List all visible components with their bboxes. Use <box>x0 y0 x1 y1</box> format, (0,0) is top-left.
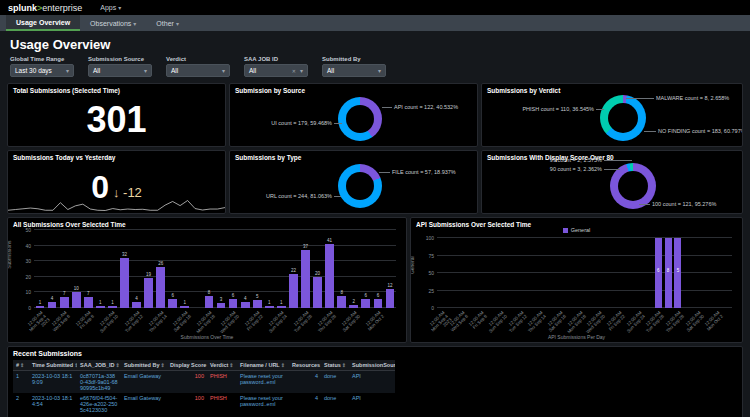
bar[interactable] <box>60 297 69 308</box>
bar[interactable] <box>144 278 153 308</box>
cell-filename[interactable]: Please reset your password..eml <box>237 371 289 394</box>
bar[interactable] <box>253 300 262 308</box>
bar[interactable] <box>168 299 177 308</box>
cell-submitted_by[interactable]: Email Gateway <box>121 371 167 394</box>
bar[interactable] <box>84 297 93 308</box>
bar[interactable] <box>96 306 105 308</box>
bar[interactable] <box>289 274 298 308</box>
bar[interactable] <box>325 244 334 308</box>
submitted-by-select[interactable]: All▾ <box>322 64 386 77</box>
bar[interactable] <box>156 267 165 308</box>
submission-source-select[interactable]: All▾ <box>88 64 152 77</box>
bar[interactable] <box>180 306 189 308</box>
tab-usage-overview[interactable]: Usage Overview <box>6 15 80 31</box>
leader-line <box>334 196 341 197</box>
column-header[interactable]: Filename / URL⇕ <box>237 360 289 371</box>
bar[interactable] <box>217 303 226 308</box>
bar[interactable] <box>132 302 141 308</box>
bar-value-label: 1 <box>268 300 271 305</box>
bar[interactable] <box>229 299 238 308</box>
sort-icon[interactable]: ⇕ <box>342 362 346 368</box>
global-time-range-select[interactable]: Last 30 days▾ <box>10 64 74 77</box>
cell-job_id[interactable]: e6676f04-f504-426e-a202-2505c4123030 <box>77 393 121 415</box>
cell-num[interactable]: 2 <box>13 393 29 415</box>
gridline <box>437 290 732 291</box>
tab-observations[interactable]: Observations▾ <box>80 15 146 31</box>
bar[interactable] <box>108 306 117 308</box>
bar[interactable] <box>301 250 310 308</box>
bar[interactable] <box>205 296 214 308</box>
column-header[interactable]: #⇕ <box>13 360 29 371</box>
leader-line <box>626 98 654 99</box>
cell-time[interactable]: 2023-10-03 18:19:09 <box>29 371 77 394</box>
bar-value-label: 22 <box>291 268 296 273</box>
bar[interactable] <box>361 299 370 308</box>
column-header[interactable]: SubmissionSource⇕ <box>349 360 395 371</box>
column-header[interactable]: Verdict⇕ <box>207 360 237 371</box>
gridline <box>34 229 396 230</box>
cell-display_score[interactable]: 100 <box>167 371 207 394</box>
apps-menu[interactable]: Apps▾ <box>100 4 121 11</box>
source-donut-chart[interactable] <box>338 97 382 141</box>
x-tick-label: 12:00 AM Wed Sep 20 <box>216 310 241 335</box>
tab-other[interactable]: Other▾ <box>146 15 189 31</box>
cell-job_id[interactable]: 0c87071a-3380-43df-9a01-6890995c1b49 <box>77 371 121 394</box>
table-row[interactable]: 22023-10-03 18:14:54e6676f04-f504-426e-a… <box>13 393 395 415</box>
leader-line <box>379 172 390 173</box>
table-row[interactable]: 12023-10-03 18:19:090c87071a-3380-43df-9… <box>13 371 395 394</box>
bar[interactable] <box>386 289 395 308</box>
cell-verdict[interactable]: PHISH <box>207 371 237 394</box>
cell-status[interactable]: done <box>321 371 349 394</box>
sort-icon[interactable]: ⇕ <box>74 362 77 368</box>
recent-submissions-table: #⇕Time Submitted⇕SAA_JOB_ID⇕Submitted By… <box>13 360 395 415</box>
bar[interactable] <box>277 306 286 308</box>
bar[interactable] <box>655 238 662 308</box>
column-header[interactable]: SAA_JOB_ID⇕ <box>77 360 121 371</box>
cell-status[interactable]: done <box>321 393 349 415</box>
bar-value-label: 7 <box>63 291 66 296</box>
column-header[interactable]: Submitted By⇕ <box>121 360 167 371</box>
leader-line <box>604 160 632 161</box>
bar[interactable] <box>265 306 274 308</box>
bar[interactable] <box>241 302 250 308</box>
bar[interactable] <box>374 299 383 308</box>
bar-value-label: 8 <box>340 290 343 295</box>
sort-icon[interactable]: ⇕ <box>229 362 233 368</box>
cell-filename[interactable]: Please reset your password..eml <box>237 393 289 415</box>
y-tick-label: 75 <box>421 253 434 259</box>
cell-display_score[interactable]: 100 <box>167 393 207 415</box>
bar[interactable] <box>665 238 672 308</box>
bar[interactable] <box>48 302 57 308</box>
clear-icon[interactable]: ✕ <box>292 68 296 74</box>
column-header[interactable]: Display Score⇕ <box>167 360 207 371</box>
type-donut-chart[interactable] <box>338 164 382 208</box>
column-header[interactable]: Resources⇕ <box>289 360 321 371</box>
sort-icon[interactable]: ⇕ <box>20 362 24 368</box>
cell-source[interactable]: API <box>349 371 395 394</box>
sort-icon[interactable]: ⇕ <box>281 362 285 368</box>
cell-resources[interactable]: 4 <box>289 393 321 415</box>
verdict-select[interactable]: All▾ <box>166 64 230 77</box>
bar[interactable] <box>36 306 45 308</box>
cell-verdict[interactable]: PHISH <box>207 393 237 415</box>
cell-resources[interactable]: 4 <box>289 371 321 394</box>
bar[interactable] <box>120 258 129 308</box>
bar[interactable] <box>337 296 346 308</box>
saa-job-id-select[interactable]: All✕▾ <box>244 64 308 77</box>
cell-time[interactable]: 2023-10-03 18:14:54 <box>29 393 77 415</box>
bar[interactable] <box>674 238 681 308</box>
donut-label-phish: PHISH count = 110, 36.545% <box>488 106 594 112</box>
column-header[interactable]: Time Submitted⇕ <box>29 360 77 371</box>
cell-source[interactable]: API <box>349 393 395 415</box>
x-tick-label: 12:00 AM Sat Sep 30 <box>682 310 705 333</box>
cell-num[interactable]: 1 <box>13 371 29 394</box>
sort-icon[interactable]: ⇕ <box>116 362 120 368</box>
bar[interactable] <box>349 305 358 308</box>
bar[interactable] <box>313 277 322 308</box>
bar-value-label: 3 <box>220 297 223 302</box>
verdict-donut-chart[interactable] <box>600 95 646 141</box>
bar[interactable] <box>72 292 81 308</box>
column-header[interactable]: Status⇕ <box>321 360 349 371</box>
cell-submitted_by[interactable]: Email Gateway <box>121 393 167 415</box>
sort-icon[interactable]: ⇕ <box>160 362 164 368</box>
